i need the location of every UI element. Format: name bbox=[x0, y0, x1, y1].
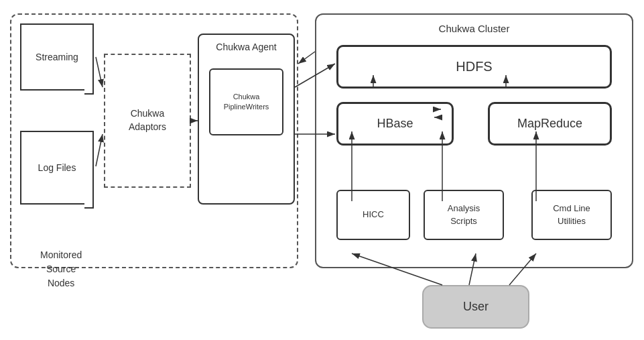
diagram-container: MonitoredSourceNodes Streaming Log Files… bbox=[0, 0, 644, 340]
adaptors-label: ChukwaAdaptors bbox=[129, 107, 166, 133]
hicc-label: HICC bbox=[363, 209, 384, 221]
chukwa-cluster-title: Chukwa Cluster bbox=[316, 15, 632, 34]
agent-title: Chukwa Agent bbox=[199, 35, 294, 52]
pipeline-box: ChukwaPiplineWriters bbox=[209, 68, 283, 135]
agent-box: Chukwa Agent ChukwaPiplineWriters bbox=[198, 34, 295, 205]
hdfs-label: HDFS bbox=[456, 59, 492, 74]
logfiles-label: Log Files bbox=[38, 162, 76, 173]
analysis-label: AnalysisScripts bbox=[448, 203, 480, 227]
streaming-box: Streaming bbox=[20, 23, 94, 91]
mapreduce-label: MapReduce bbox=[517, 117, 582, 131]
user-box: User bbox=[422, 285, 529, 329]
hbase-label: HBase bbox=[377, 117, 413, 131]
right-panel: Chukwa Cluster HDFS HBase MapReduce HICC… bbox=[315, 13, 633, 268]
user-label: User bbox=[463, 300, 489, 314]
pipeline-label: ChukwaPiplineWriters bbox=[224, 92, 269, 113]
streaming-label: Streaming bbox=[36, 52, 78, 62]
analysis-scripts-box: AnalysisScripts bbox=[424, 190, 504, 240]
svg-line-9 bbox=[298, 52, 315, 64]
cmdline-box: Cmd LineUtilities bbox=[531, 190, 612, 240]
hbase-box: HBase bbox=[336, 102, 454, 146]
adaptors-box: ChukwaAdaptors bbox=[104, 54, 191, 188]
cmdline-label: Cmd LineUtilities bbox=[553, 203, 590, 227]
hicc-box: HICC bbox=[336, 190, 410, 240]
monitored-source-nodes-label: MonitoredSourceNodes bbox=[40, 248, 82, 340]
mapreduce-box: MapReduce bbox=[488, 102, 612, 146]
hdfs-box: HDFS bbox=[336, 45, 612, 89]
logfiles-box: Log Files bbox=[20, 131, 94, 205]
